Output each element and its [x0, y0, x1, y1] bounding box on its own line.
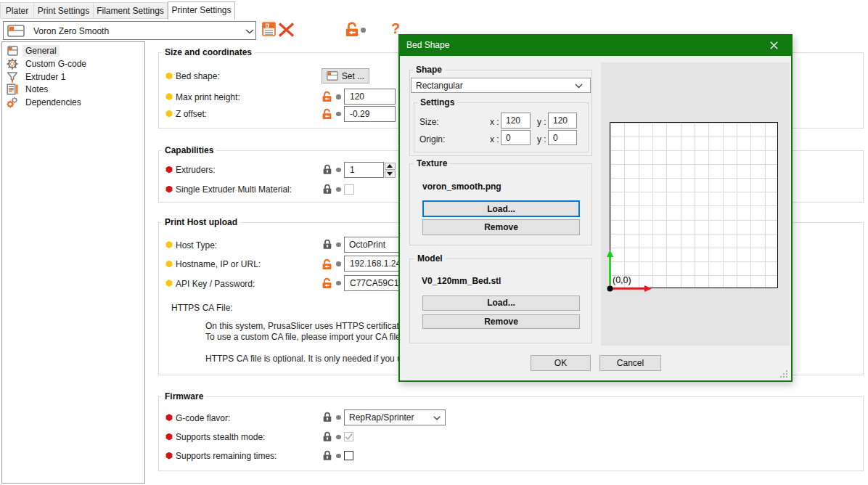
- sidebar-item-dependencies[interactable]: Dependencies: [7, 96, 143, 109]
- chevron-down-icon: [575, 83, 583, 89]
- lock-open-icon[interactable]: [322, 91, 332, 105]
- save-icon: [262, 22, 276, 36]
- gcode-flavor-value: RepRap/Sprinter: [349, 412, 414, 423]
- option-dot-yellow: [165, 93, 173, 100]
- origin-y-input[interactable]: 0: [548, 130, 577, 145]
- hostname-value: 192.168.1.24: [350, 258, 401, 269]
- lock-closed-icon[interactable]: [323, 412, 332, 425]
- lock-closed-icon[interactable]: [323, 164, 332, 177]
- extruders-spin-down[interactable]: [385, 171, 396, 179]
- lock-open-icon-svg: [322, 277, 332, 289]
- preset-name: Voron Zero Smooth: [33, 26, 109, 36]
- dialog-titlebar[interactable]: Bed Shape: [398, 34, 793, 56]
- lock-open-icon[interactable]: [322, 258, 332, 272]
- system-value-dot: [336, 454, 341, 459]
- extruders-spin-up[interactable]: [385, 163, 396, 171]
- remaining-times-checkbox[interactable]: [344, 451, 354, 461]
- z-offset-input[interactable]: -0.29: [344, 106, 396, 122]
- texture-load-button[interactable]: Load...: [422, 200, 580, 217]
- extruders-spin-input[interactable]: 1: [344, 162, 384, 178]
- tab-plater-label: Plater: [6, 6, 28, 16]
- size-x-label: x :: [490, 117, 499, 127]
- lock-closed-icon[interactable]: [323, 431, 332, 444]
- api-key-label: API Key / Password:: [176, 279, 255, 289]
- sidebar-item-general-label: General: [22, 45, 60, 57]
- bed-shape-label: Bed shape:: [176, 71, 220, 81]
- spin-up-arrow-icon: [387, 164, 393, 168]
- tab-printer-settings-label: Printer Settings: [171, 5, 231, 15]
- model-remove-button[interactable]: Remove: [422, 314, 580, 329]
- option-dot-yellow: [165, 241, 173, 248]
- host-type-label: Host Type:: [176, 240, 217, 250]
- dialog-title: Bed Shape: [406, 40, 449, 50]
- system-value-dot: [336, 242, 341, 248]
- hostname-label: Hostname, IP or URL:: [176, 259, 261, 269]
- lock-closed-icon-svg: [323, 239, 332, 250]
- prusaslicer-window: Plater Print Settings Filament Settings …: [0, 0, 868, 485]
- bed-shape-type-select[interactable]: Rectangular: [411, 78, 591, 93]
- lock-closed-icon[interactable]: [323, 239, 332, 252]
- z-offset-value: -0.29: [350, 109, 369, 119]
- delete-cross-icon: [278, 23, 295, 37]
- bed-icon-svg: [7, 46, 18, 56]
- printer-preset-combo[interactable]: Voron Zero Smooth: [3, 21, 256, 40]
- option-dot-yellow: [165, 261, 173, 268]
- bed-preview-canvas: (0,0): [601, 62, 790, 346]
- semm-checkbox[interactable]: [344, 184, 354, 195]
- system-value-dot: [361, 28, 366, 33]
- sidebar-item-extruder-1[interactable]: Extruder 1: [7, 70, 143, 83]
- tab-printer-settings[interactable]: Printer Settings: [168, 1, 235, 20]
- sidebar-item-notes[interactable]: Notes: [7, 83, 143, 96]
- bed-icon: [327, 71, 338, 81]
- group-texture-title: Texture: [414, 158, 450, 168]
- origin-y-value: 0: [553, 133, 558, 143]
- size-y-label: y :: [537, 117, 546, 127]
- close-icon: [770, 41, 778, 49]
- system-value-dot: [336, 187, 341, 192]
- stealth-mode-checkbox[interactable]: [344, 432, 354, 442]
- lock-open-icon-svg: [322, 108, 332, 120]
- lock-open-icon[interactable]: [322, 108, 332, 122]
- sidebar-item-custom-gcode-label: Custom G-code: [22, 58, 89, 70]
- origin-label: Origin:: [419, 134, 445, 144]
- tab-filament-settings[interactable]: Filament Settings: [94, 3, 167, 18]
- dialog-close-button[interactable]: [759, 34, 788, 56]
- origin-x-label: x :: [490, 134, 499, 144]
- model-filename: V0_120mm_Bed.stl: [422, 276, 501, 286]
- bed-shape-set-button[interactable]: Set ...: [322, 68, 369, 83]
- delete-preset-button[interactable]: [278, 23, 295, 39]
- max-print-height-input[interactable]: 120: [344, 89, 396, 105]
- gear-icon: [7, 58, 18, 70]
- option-dot-red: [165, 414, 173, 421]
- tab-plater[interactable]: Plater: [1, 3, 33, 18]
- stealth-mode-label: Supports stealth mode:: [176, 432, 265, 442]
- lock-open-icon[interactable]: [345, 22, 359, 39]
- system-value-dot: [336, 435, 341, 440]
- lock-closed-icon[interactable]: [323, 450, 332, 463]
- save-preset-button[interactable]: [262, 22, 276, 38]
- ok-button[interactable]: OK: [531, 355, 591, 371]
- gcode-flavor-select[interactable]: RepRap/Sprinter: [344, 409, 446, 425]
- tab-print-settings[interactable]: Print Settings: [34, 3, 93, 18]
- system-value-dot: [336, 415, 341, 420]
- cancel-button[interactable]: Cancel: [599, 355, 661, 371]
- size-y-value: 120: [553, 115, 568, 126]
- lock-closed-icon-svg: [323, 450, 332, 461]
- texture-remove-button[interactable]: Remove: [422, 219, 580, 235]
- lock-closed-icon[interactable]: [323, 184, 332, 197]
- option-dot-yellow: [165, 280, 173, 287]
- model-load-button[interactable]: Load...: [422, 296, 580, 311]
- group-shape-title: Shape: [413, 65, 445, 75]
- size-x-input[interactable]: 120: [501, 113, 531, 129]
- group-capabilities-title: Capabilities: [162, 145, 216, 155]
- sidebar-item-custom-gcode[interactable]: Custom G-code: [7, 57, 143, 70]
- size-y-input[interactable]: 120: [548, 113, 577, 129]
- sidebar-item-general[interactable]: General: [7, 44, 143, 57]
- texture-remove-label: Remove: [484, 222, 518, 232]
- model-load-label: Load...: [487, 298, 515, 308]
- lock-open-icon[interactable]: [322, 277, 332, 291]
- option-dot-yellow: [165, 73, 173, 80]
- origin-y-label: y :: [537, 134, 546, 144]
- group-settings-title: Settings: [417, 97, 457, 107]
- origin-x-input[interactable]: 0: [501, 130, 531, 145]
